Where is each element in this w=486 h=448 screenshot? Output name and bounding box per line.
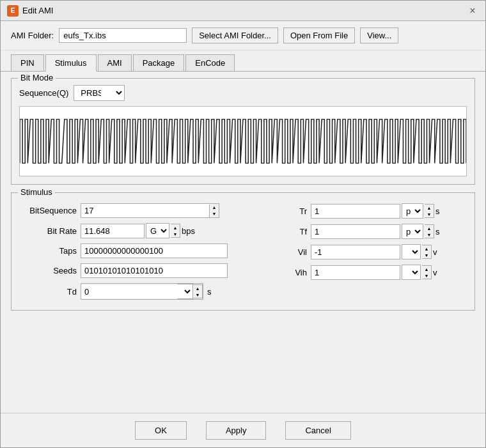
bit-rate-down-btn[interactable]: ▼ bbox=[171, 231, 180, 237]
app-icon: E bbox=[7, 5, 19, 17]
bit-rate-suffix: bps bbox=[182, 226, 195, 236]
vil-spinner-btns: ▲ ▼ bbox=[422, 245, 432, 259]
taps-label: Taps bbox=[19, 246, 77, 256]
vil-row: Vil ▲ ▼ v bbox=[288, 244, 467, 259]
title-bar: E Edit AMI × bbox=[1, 1, 485, 21]
open-from-file-button[interactable]: Open From File bbox=[283, 27, 355, 43]
sequence-select[interactable]: PRBS Random Custom bbox=[74, 85, 125, 101]
tr-down-btn[interactable]: ▼ bbox=[425, 211, 434, 217]
select-ami-folder-button[interactable]: Select AMI Folder... bbox=[192, 27, 278, 43]
vih-spinner-btns: ▲ ▼ bbox=[422, 265, 432, 279]
vil-unit-select[interactable] bbox=[402, 244, 421, 259]
vil-controls: ▲ ▼ v bbox=[311, 244, 437, 259]
td-down-btn[interactable]: ▼ bbox=[193, 291, 202, 298]
sequence-label: Sequence(Q) bbox=[19, 88, 68, 98]
footer: OK Apply Cancel bbox=[1, 413, 485, 447]
tf-label: Tf bbox=[288, 227, 307, 236]
tr-label: Tr bbox=[288, 206, 307, 216]
content-area: Bit Mode Sequence(Q) PRBS Random Custom bbox=[1, 72, 485, 413]
tf-unit-select[interactable]: pnu bbox=[402, 224, 423, 239]
bit-rate-row: Bit Rate GMK ▲ ▼ bps bbox=[19, 223, 269, 238]
edit-ami-dialog: E Edit AMI × AMI Folder: Select AMI Fold… bbox=[0, 0, 486, 448]
bit-sequence-down-btn[interactable]: ▼ bbox=[210, 211, 219, 217]
td-suffix: s bbox=[207, 287, 212, 297]
tab-ami[interactable]: AMI bbox=[98, 54, 132, 71]
vil-suffix: v bbox=[433, 247, 437, 257]
vih-controls: ▲ ▼ v bbox=[311, 265, 437, 280]
tf-controls: pnu ▲ ▼ s bbox=[311, 224, 440, 239]
ok-button[interactable]: OK bbox=[135, 421, 187, 440]
td-label: Td bbox=[19, 287, 77, 297]
tr-input[interactable] bbox=[311, 204, 400, 219]
tr-row: Tr pnu ▲ ▼ s bbox=[288, 203, 467, 219]
vil-down-btn[interactable]: ▼ bbox=[422, 252, 431, 258]
tf-input[interactable] bbox=[311, 224, 400, 239]
tab-pin[interactable]: PIN bbox=[11, 54, 44, 71]
bit-rate-unit-select[interactable]: GMK bbox=[146, 223, 169, 238]
bit-mode-group: Bit Mode Sequence(Q) PRBS Random Custom bbox=[11, 78, 475, 185]
seeds-input[interactable] bbox=[81, 263, 228, 278]
tr-controls: pnu ▲ ▼ s bbox=[311, 203, 440, 219]
td-up-btn[interactable]: ▲ bbox=[193, 285, 202, 291]
seeds-label: Seeds bbox=[19, 266, 77, 275]
dialog-title: Edit AMI bbox=[22, 6, 53, 15]
seeds-row: Seeds bbox=[19, 263, 269, 278]
waveform-svg bbox=[20, 107, 466, 176]
ami-folder-label: AMI Folder: bbox=[11, 31, 54, 40]
left-form: BitSequence ▲ ▼ Bit Rate bbox=[19, 203, 269, 305]
bit-sequence-spinner-btns: ▲ ▼ bbox=[209, 205, 219, 217]
td-spinner-btns: ▲ ▼ bbox=[193, 284, 203, 298]
bit-mode-title: Bit Mode bbox=[18, 73, 56, 82]
bit-rate-up-btn[interactable]: ▲ bbox=[171, 224, 180, 231]
tabs-row: PIN Stimulus AMI Package EnCode bbox=[1, 50, 485, 72]
tf-up-btn[interactable]: ▲ bbox=[425, 225, 434, 231]
tab-package[interactable]: Package bbox=[133, 54, 185, 71]
bit-sequence-row: BitSequence ▲ ▼ bbox=[19, 203, 269, 218]
bit-rate-input[interactable] bbox=[81, 224, 145, 238]
bit-sequence-label: BitSequence bbox=[19, 206, 77, 215]
view-button[interactable]: View... bbox=[360, 27, 398, 43]
bit-sequence-input[interactable] bbox=[81, 204, 209, 217]
stimulus-group: Stimulus BitSequence ▲ ▼ bbox=[11, 192, 475, 311]
vil-input[interactable] bbox=[311, 245, 400, 259]
tab-stimulus[interactable]: Stimulus bbox=[45, 54, 97, 72]
stimulus-title: Stimulus bbox=[18, 187, 55, 197]
tr-spinner-btns: ▲ ▼ bbox=[425, 204, 434, 218]
vih-label: Vih bbox=[288, 268, 307, 277]
bit-rate-spinner-btns: ▲ ▼ bbox=[171, 224, 180, 238]
right-form: Tr pnu ▲ ▼ s bbox=[288, 203, 467, 305]
bit-rate-label: Bit Rate bbox=[19, 226, 77, 236]
tr-up-btn[interactable]: ▲ bbox=[425, 205, 434, 211]
vih-suffix: v bbox=[433, 268, 437, 277]
td-spinner: ▲ ▼ bbox=[81, 283, 203, 300]
sequence-row: Sequence(Q) PRBS Random Custom bbox=[19, 85, 467, 101]
tf-spinner-btns: ▲ ▼ bbox=[425, 224, 434, 238]
td-row: Td ▲ ▼ s bbox=[19, 283, 269, 300]
vih-down-btn[interactable]: ▼ bbox=[422, 272, 431, 279]
tf-suffix: s bbox=[435, 227, 440, 236]
td-input[interactable] bbox=[81, 285, 177, 298]
title-bar-left: E Edit AMI bbox=[7, 5, 53, 17]
ami-folder-row: AMI Folder: Select AMI Folder... Open Fr… bbox=[1, 21, 485, 50]
vil-label: Vil bbox=[288, 247, 307, 257]
apply-button[interactable]: Apply bbox=[206, 421, 267, 440]
vih-unit-select[interactable] bbox=[402, 265, 421, 280]
tr-unit-select[interactable]: pnu bbox=[402, 203, 423, 219]
td-unit-select[interactable] bbox=[177, 284, 193, 299]
vih-row: Vih ▲ ▼ v bbox=[288, 265, 467, 280]
taps-input[interactable] bbox=[81, 243, 228, 258]
waveform-display bbox=[19, 106, 467, 176]
tr-suffix: s bbox=[435, 206, 440, 216]
bit-sequence-spinner: ▲ ▼ bbox=[81, 203, 219, 218]
bit-sequence-up-btn[interactable]: ▲ bbox=[210, 205, 219, 211]
bit-rate-controls: GMK ▲ ▼ bps bbox=[81, 223, 195, 238]
tf-row: Tf pnu ▲ ▼ s bbox=[288, 224, 467, 239]
cancel-button[interactable]: Cancel bbox=[285, 421, 350, 440]
tf-down-btn[interactable]: ▼ bbox=[425, 231, 434, 238]
ami-folder-input[interactable] bbox=[59, 28, 187, 43]
vih-input[interactable] bbox=[311, 265, 400, 280]
tab-encode[interactable]: EnCode bbox=[185, 54, 235, 71]
close-button[interactable]: × bbox=[466, 4, 479, 17]
vih-up-btn[interactable]: ▲ bbox=[422, 266, 431, 272]
vil-up-btn[interactable]: ▲ bbox=[422, 245, 431, 252]
